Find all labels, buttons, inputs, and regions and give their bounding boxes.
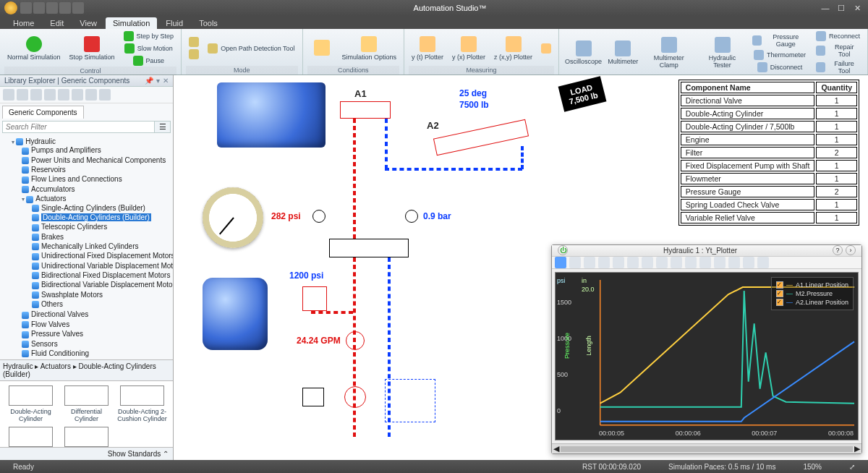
tree-node[interactable]: Sensors [22,339,171,349]
slow-motion-button[interactable]: Slow Motion [121,43,177,54]
normal-simulation-button[interactable]: Normal Simulation [4,35,64,62]
yx-plotter-button[interactable]: y (x) Plotter [449,35,488,62]
plotter-pause-icon[interactable] [555,257,566,268]
tree-leaf[interactable]: Others [32,299,171,309]
tool-icon[interactable] [58,89,69,101]
reconnect-button[interactable]: Reconnect [813,30,863,42]
hydraulic-tester-button[interactable]: Hydraulic Tester [698,35,746,70]
tab-fluid[interactable]: Fluid [158,17,190,29]
multimeter-button[interactable]: Multimeter [606,39,640,67]
mode-icon-1[interactable] [186,36,202,48]
plotter-help-icon[interactable]: ? [833,245,843,255]
plotter-tool-icon[interactable] [757,257,769,268]
pressure-gauge-button[interactable]: Pressure Gauge [749,33,810,48]
motor-symbol[interactable] [302,388,324,406]
mode-icon-2[interactable] [186,48,202,60]
tool-icon[interactable] [85,89,97,101]
plotter-tool-icon[interactable] [598,257,610,268]
plotter-power-icon[interactable]: ⏻ [558,245,568,255]
measuring-extra-icon[interactable] [538,43,554,54]
plotter-tool-icon[interactable] [569,257,581,268]
plotter-tool-icon[interactable] [656,257,668,268]
plotter-tool-icon[interactable] [728,257,740,268]
tree-leaf[interactable]: Telescopic Cylinders [32,222,171,231]
step-by-step-button[interactable]: Step by Step [121,30,177,42]
plotter-tool-icon[interactable] [671,257,682,268]
tree-node-actuators[interactable]: ActuatorsSingle-Acting Cylinders (Builde… [22,194,171,310]
palette-item[interactable]: Double-Acting Cylinder [4,385,57,422]
qat-icon[interactable] [20,2,32,14]
tree-leaf[interactable]: Unidirectional Fixed Displacement Motors [32,251,171,260]
simulation-options-button[interactable]: Simulation Options [339,35,400,62]
legend-checkbox[interactable]: ✓ [776,290,783,297]
yt-plotter-button[interactable]: y (t) Plotter [409,35,446,62]
gauge-symbol-2[interactable] [405,210,418,223]
disconnect-button[interactable]: Disconnect [749,61,810,73]
scroll-right-icon[interactable]: ▶ [854,444,860,453]
tool-icon[interactable] [72,89,83,101]
tree-node[interactable]: Flow Valves [22,320,171,329]
tab-view[interactable]: View [72,17,104,29]
tab-tools[interactable]: Tools [192,17,225,29]
plotter-scrollbar[interactable]: ◀ ▶ [552,443,861,453]
search-options-icon[interactable]: ☰ [155,121,171,133]
plotter-tool-icon[interactable] [685,257,697,268]
multimeter-clamp-button[interactable]: Multimeter Clamp [642,35,695,70]
tree-node[interactable]: Fluid Conditioning [22,349,171,358]
tree-leaf[interactable]: Brakes [32,232,171,242]
cylinder-symbol-a1[interactable] [340,101,391,119]
tree-leaf[interactable]: Bidirectional Fixed Displacement Motors [32,270,171,280]
plotter-tool-icon[interactable] [714,257,726,268]
cond-icon[interactable] [307,38,336,59]
tree-node[interactable]: Directional Valves [22,310,171,319]
close-button[interactable]: ✕ [851,3,864,13]
gauge-symbol-1[interactable] [312,210,326,223]
tool-icon[interactable] [30,89,42,101]
relief-valve-symbol[interactable] [302,286,327,311]
plotter-titlebar[interactable]: ⏻ Hydraulic 1 : Yt_Plotter ? › [552,245,861,257]
tree-leaf[interactable]: Single-Acting Cylinders (Builder) [32,203,171,213]
tree-node[interactable]: Pumps and Amplifiers [22,145,171,155]
status-extra-icon[interactable]: ⤢ [842,463,862,471]
plotter-expand-icon[interactable]: › [846,245,856,255]
repair-tool-button[interactable]: Repair Tool [813,43,863,59]
palette-item[interactable]: Differential Cylinder [60,385,113,422]
filter-symbol[interactable] [385,379,435,422]
plotter-tool-icon[interactable] [699,257,711,268]
qat-icon[interactable] [46,2,58,14]
zxy-plotter-button[interactable]: z (x,y) Plotter [491,35,535,62]
search-input[interactable] [2,121,155,133]
tab-edit[interactable]: Edit [43,17,71,29]
directional-valve-symbol[interactable] [329,239,409,257]
tool-icon[interactable] [44,89,56,101]
palette-item[interactable]: Double-Acting Double-Rod Cylin… [4,427,57,447]
plotter-tool-icon[interactable] [584,257,595,268]
status-zoom[interactable]: 150% [796,463,829,471]
plotter-tool-icon[interactable] [627,257,639,268]
tree-leaf[interactable]: Bidirectional Variable Displacement Moto… [32,280,171,289]
plotter-window[interactable]: ⏻ Hydraulic 1 : Yt_Plotter ? › psi in 20… [551,244,862,454]
tree-leaf[interactable]: Unidirectional Variable Displacement Mot… [32,261,171,270]
tree-node[interactable]: Pressure Valves [22,329,171,338]
maximize-button[interactable]: ☐ [835,3,848,13]
palette-item[interactable]: Rodless 2-Cushion Double-Acting Cyl… [60,427,113,447]
library-tree[interactable]: Hydraulic Pumps and AmplifiersPower Unit… [0,135,173,359]
minimize-button[interactable]: — [819,3,832,13]
tab-home[interactable]: Home [6,17,41,29]
tree-node[interactable]: Reservoirs [22,165,171,174]
legend-checkbox[interactable]: ✓ [776,281,783,289]
tree-node[interactable]: Power Units and Mechanical Components [22,155,171,165]
tree-leaf[interactable]: Double-Acting Cylinders (Builder) [32,213,171,222]
plotter-tool-icon[interactable] [642,257,653,268]
legend-checkbox[interactable]: ✓ [776,299,783,306]
tool-icon[interactable] [17,89,28,101]
thermometer-button[interactable]: Thermometer [749,49,810,61]
tab-simulation[interactable]: Simulation [106,17,157,29]
dropdown-icon[interactable]: ▾ [156,77,160,85]
qat-icon[interactable] [72,2,84,14]
library-tab[interactable]: Generic Components [2,106,84,119]
scroll-left-icon[interactable]: ◀ [553,444,559,453]
plotter-tool-icon[interactable] [613,257,624,268]
tree-node[interactable]: Flow Lines and Connections [22,174,171,184]
tool-icon[interactable] [3,89,14,101]
